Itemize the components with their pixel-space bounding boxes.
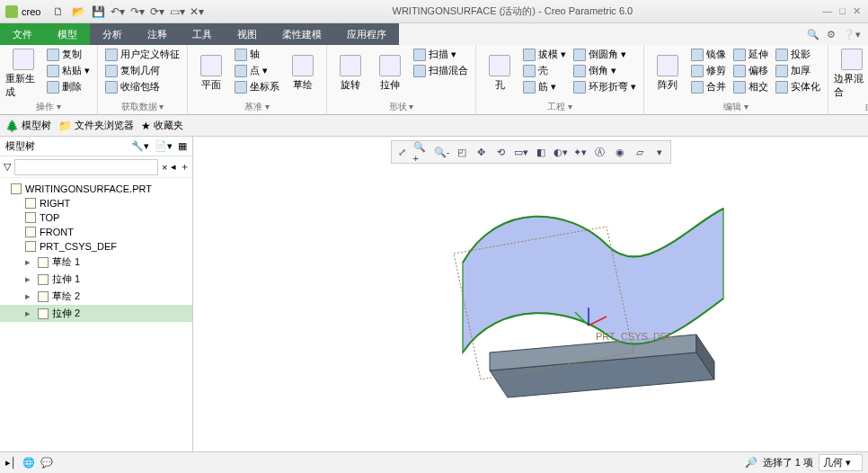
round-button[interactable]: 倒圆角 ▾ <box>571 47 638 62</box>
tree-item-extrude2[interactable]: ▸拉伸 2 <box>0 305 192 322</box>
rib-button[interactable]: 筋 ▾ <box>521 79 568 94</box>
csys-button[interactable]: 坐标系 <box>233 79 281 94</box>
dispstyle-button[interactable]: ◐▾ <box>552 143 570 161</box>
expand-icon[interactable]: ▸ <box>25 308 34 319</box>
add-icon[interactable]: ＋ <box>180 160 190 174</box>
plane-button[interactable]: 平面 <box>193 47 229 100</box>
nav-folder[interactable]: 📁文件夹浏览器 <box>58 119 134 132</box>
solidify-button[interactable]: 实体化 <box>774 79 822 94</box>
filter-icon[interactable]: ▽ <box>4 161 11 173</box>
sketch-button[interactable]: 草绘 <box>285 47 321 100</box>
paste-button[interactable]: 粘贴▾ <box>45 63 92 78</box>
orient-button[interactable]: ◧ <box>532 143 550 161</box>
sb-msg-icon[interactable]: 💬 <box>40 457 53 469</box>
revolve-button[interactable]: 旋转 <box>332 47 368 100</box>
sweptblend-button[interactable]: 扫描混合 <box>412 63 470 78</box>
tab-apps[interactable]: 应用程序 <box>334 23 399 45</box>
settings-icon[interactable]: ⚙ <box>827 29 836 40</box>
chamfer-button[interactable]: 倒角 ▾ <box>571 63 638 78</box>
trim-button[interactable]: 修剪 <box>689 63 728 78</box>
expand-icon[interactable]: ▸ <box>25 273 34 285</box>
offset-button[interactable]: 偏移 <box>731 63 770 78</box>
tree-item-extrude1[interactable]: ▸拉伸 1 <box>0 271 192 288</box>
extend-button[interactable]: 延伸 <box>731 47 770 62</box>
minimize-button[interactable]: — <box>822 5 832 17</box>
boundary-button[interactable]: 边界混合 <box>834 47 868 100</box>
tab-tools[interactable]: 工具 <box>180 23 225 45</box>
render-button[interactable]: ◉ <box>611 143 629 161</box>
tab-annotate[interactable]: 注释 <box>135 23 180 45</box>
tree-item-right[interactable]: RIGHT <box>0 196 192 210</box>
copygeom-button[interactable]: 复制几何 <box>103 63 182 78</box>
intersect-button[interactable]: 相交 <box>731 79 770 94</box>
qat-close[interactable]: ✕▾ <box>188 3 206 21</box>
point-button[interactable]: 点 ▾ <box>233 63 281 78</box>
merge-button[interactable]: 合并 <box>689 79 728 94</box>
maximize-button[interactable]: □ <box>839 5 846 17</box>
hole-button[interactable]: 孔 <box>482 47 518 100</box>
expand-icon[interactable]: ▸ <box>25 290 34 302</box>
tree-item-top[interactable]: TOP <box>0 210 192 225</box>
udf-button[interactable]: 用户定义特征 <box>103 47 182 62</box>
qat-save[interactable]: 💾 <box>89 3 107 21</box>
nav-fav[interactable]: ★收藏夹 <box>141 119 183 132</box>
project-button[interactable]: 投影 <box>774 47 822 62</box>
tab-file[interactable]: 文件 <box>0 23 45 45</box>
copy-button[interactable]: 复制 <box>45 47 92 62</box>
zoomwin-button[interactable]: ◰ <box>453 143 471 161</box>
zoomout-button[interactable]: 🔍- <box>433 143 451 161</box>
sb-collapse-icon[interactable]: ▸│ <box>5 457 17 469</box>
namedviews-button[interactable]: ▭▾ <box>512 143 530 161</box>
pan-button[interactable]: ✥ <box>473 143 491 161</box>
tree-item-front[interactable]: FRONT <box>0 225 192 239</box>
selfilter-button[interactable]: ▾ <box>651 143 669 161</box>
tree-display-icon[interactable]: ▦ <box>178 140 187 152</box>
qat-new[interactable]: 🗋 <box>49 3 67 21</box>
help-icon[interactable]: ❔▾ <box>843 29 861 40</box>
selection-filter-combo[interactable]: 几何 ▾ <box>819 454 863 471</box>
tree-item-sketch1[interactable]: ▸草绘 1 <box>0 254 192 271</box>
spin-button[interactable]: ⟲ <box>492 143 510 161</box>
graphics-viewport[interactable]: ⤢ 🔍+ 🔍- ◰ ✥ ⟲ ▭▾ ◧ ◐▾ ✦▾ Ⓐ ◉ ▱ ▾ <box>193 137 868 451</box>
zoomin-button[interactable]: 🔍+ <box>413 143 431 161</box>
shell-button[interactable]: 壳 <box>521 63 568 78</box>
tree-item-csys[interactable]: PRT_CSYS_DEF <box>0 239 192 254</box>
sb-globe-icon[interactable]: 🌐 <box>22 457 35 469</box>
tab-flexible[interactable]: 柔性建模 <box>270 23 334 45</box>
qat-undo[interactable]: ↶▾ <box>109 3 127 21</box>
tree-item-sketch2[interactable]: ▸草绘 2 <box>0 288 192 305</box>
expand-icon[interactable]: ▸ <box>25 256 34 268</box>
clear-filter-icon[interactable]: × <box>162 162 167 173</box>
qat-regen[interactable]: ⟳▾ <box>148 3 166 21</box>
tab-view[interactable]: 视图 <box>225 23 270 45</box>
sb-find-icon[interactable]: 🔎 <box>745 457 757 469</box>
delete-button[interactable]: 删除 <box>45 79 92 94</box>
qat-windows[interactable]: ▭▾ <box>168 3 186 21</box>
refit-button[interactable]: ⤢ <box>394 143 412 161</box>
qat-redo[interactable]: ↷▾ <box>128 3 146 21</box>
persp-button[interactable]: ▱ <box>631 143 649 161</box>
nav-modeltree[interactable]: 🌲模型树 <box>5 119 51 132</box>
tree-show-icon[interactable]: 📄▾ <box>155 140 173 152</box>
mirror-button[interactable]: 镜像 <box>689 47 728 62</box>
tree-root[interactable]: WRITINGONSURFACE.PRT <box>0 182 192 196</box>
annot-button[interactable]: Ⓐ <box>591 143 609 161</box>
tree-settings-icon[interactable]: 🔧▾ <box>131 140 149 152</box>
regenerate-button[interactable]: 重新生成 <box>5 47 41 100</box>
axis-button[interactable]: 轴 <box>233 47 281 62</box>
tree-filter-input[interactable] <box>14 159 158 175</box>
shrinkwrap-button[interactable]: 收缩包络 <box>103 79 182 94</box>
draft-button[interactable]: 拔模 ▾ <box>521 47 568 62</box>
sweep-button[interactable]: 扫描 ▾ <box>412 47 470 62</box>
prev-icon[interactable]: ◂ <box>171 161 176 173</box>
tab-model[interactable]: 模型 <box>45 23 90 45</box>
datum-button[interactable]: ✦▾ <box>571 143 589 161</box>
close-button[interactable]: ✕ <box>853 5 861 17</box>
toroidal-button[interactable]: 环形折弯 ▾ <box>571 79 638 94</box>
thicken-button[interactable]: 加厚 <box>774 63 822 78</box>
extrude-button[interactable]: 拉伸 <box>372 47 408 100</box>
pattern-button[interactable]: 阵列 <box>650 47 686 100</box>
search-icon[interactable]: 🔍 <box>807 29 819 40</box>
tab-analysis[interactable]: 分析 <box>90 23 135 45</box>
qat-open[interactable]: 📂 <box>69 3 87 21</box>
